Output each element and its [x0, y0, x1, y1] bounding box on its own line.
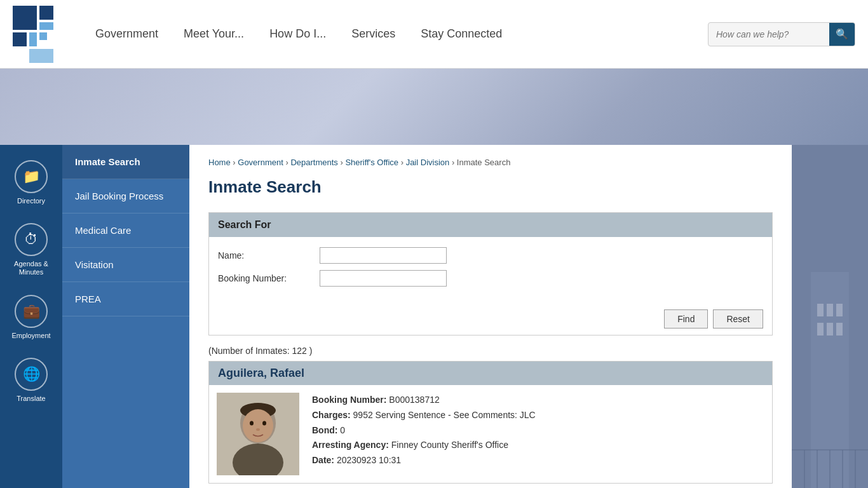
inmate-card: Aguilera, Rafael [208, 361, 773, 484]
date: 20230923 10:31 [337, 455, 401, 465]
breadcrumb-sep-5: › [452, 158, 457, 167]
inmate-count-suffix: ) [307, 346, 313, 356]
svg-rect-3 [13, 32, 27, 46]
translate-label: Translate [17, 395, 45, 403]
agendas-icon: ⏱ [15, 223, 48, 256]
booking-input[interactable] [320, 270, 447, 287]
sidebar-icons: 📁 Directory ⏱ Agendas &Minutes 💼 Employm… [0, 145, 62, 488]
header: Government Meet Your... How Do I... Serv… [0, 0, 868, 69]
sidebar-item-directory[interactable]: 📁 Directory [0, 151, 62, 214]
svg-rect-6 [39, 32, 47, 40]
date-row: Date: 20230923 10:31 [312, 453, 764, 468]
inmate-info: Booking Number: B000138712 Charges: 9952… [312, 393, 764, 475]
main-content: Home › Government › Departments › Sherif… [189, 145, 792, 488]
svg-point-11 [243, 409, 273, 442]
breadcrumb-current: Inmate Search [457, 158, 511, 167]
breadcrumb-departments[interactable]: Departments [290, 158, 337, 167]
charges-row: Charges: 9952 Serving Sentence - See Com… [312, 408, 764, 423]
svg-rect-5 [29, 49, 53, 63]
find-button[interactable]: Find [664, 309, 708, 329]
inmate-count-value: 122 [292, 346, 307, 356]
charges: 9952 Serving Sentence - See Comments: JL… [353, 410, 536, 420]
search-form: Search For Name: Booking Number: Find Re… [208, 212, 773, 336]
svg-point-13 [262, 421, 266, 426]
directory-label: Directory [17, 197, 45, 205]
breadcrumb: Home › Government › Departments › Sherif… [208, 158, 773, 167]
nav-inmate-search[interactable]: Inmate Search [62, 145, 189, 179]
search-form-body: Name: Booking Number: [209, 237, 772, 303]
svg-rect-20 [817, 323, 824, 336]
svg-rect-2 [39, 22, 53, 30]
agendas-label: Agendas &Minutes [14, 260, 48, 276]
booking-row: Booking Number: [218, 270, 763, 287]
sidebar-item-employment[interactable]: 💼 Employment [0, 286, 62, 349]
nav-visitation[interactable]: Visitation [62, 248, 189, 282]
breadcrumb-home[interactable]: Home [208, 158, 231, 167]
employment-label: Employment [11, 332, 50, 340]
form-buttons: Find Reset [209, 309, 772, 335]
inmate-photo [217, 393, 299, 475]
svg-point-12 [250, 421, 254, 426]
svg-rect-18 [827, 304, 833, 316]
inmate-details: Booking Number: B000138712 Charges: 9952… [209, 385, 772, 483]
reset-button[interactable]: Reset [713, 309, 763, 329]
nav-how-do-i[interactable]: How Do I... [269, 27, 326, 41]
breadcrumb-sheriffs-office[interactable]: Sheriff's Office [345, 158, 398, 167]
svg-rect-17 [817, 304, 824, 316]
inmate-count-prefix: (Number of Inmates: [208, 346, 292, 356]
global-search-button[interactable]: 🔍 [829, 22, 855, 46]
employment-icon: 💼 [15, 295, 48, 328]
main-nav: Government Meet Your... How Do I... Serv… [95, 27, 708, 41]
main-container: 📁 Directory ⏱ Agendas &Minutes 💼 Employm… [0, 145, 868, 488]
inmate-name-bar: Aguilera, Rafael [209, 362, 772, 385]
nav-jail-booking[interactable]: Jail Booking Process [62, 179, 189, 214]
right-decorative-panel [792, 145, 868, 488]
arresting-agency-row: Arresting Agency: Finney County Sheriff'… [312, 438, 764, 453]
bond-row: Bond: 0 [312, 423, 764, 438]
bond-label: Bond: [312, 425, 337, 435]
svg-rect-21 [827, 323, 833, 336]
charges-label: Charges: [312, 410, 351, 420]
name-row: Name: [218, 247, 763, 264]
nav-services[interactable]: Services [351, 27, 395, 41]
nav-meet-your[interactable]: Meet Your... [184, 27, 244, 41]
booking-number: B000138712 [389, 395, 439, 405]
svg-point-14 [256, 428, 260, 431]
nav-government[interactable]: Government [95, 27, 158, 41]
date-label: Date: [312, 455, 334, 465]
booking-label: Booking Number: [218, 273, 320, 283]
arresting-agency: Finney County Sheriff's Office [391, 440, 508, 450]
nav-prea[interactable]: PREA [62, 282, 189, 316]
breadcrumb-government[interactable]: Government [238, 158, 283, 167]
search-form-header: Search For [209, 213, 772, 237]
nav-medical-care[interactable]: Medical Care [62, 214, 189, 248]
svg-rect-19 [836, 304, 843, 316]
breadcrumb-jail-division[interactable]: Jail Division [406, 158, 450, 167]
directory-icon: 📁 [15, 160, 48, 193]
site-logo[interactable] [13, 6, 70, 63]
name-label: Name: [218, 250, 320, 261]
hero-banner [0, 69, 868, 145]
svg-rect-0 [13, 6, 37, 30]
translate-icon: 🌐 [15, 358, 48, 391]
inmate-count: (Number of Inmates: 122 ) [208, 346, 773, 356]
sidebar-item-agendas[interactable]: ⏱ Agendas &Minutes [0, 214, 62, 285]
page-title: Inmate Search [208, 177, 773, 197]
search-icon: 🔍 [836, 28, 848, 40]
svg-rect-4 [29, 32, 37, 46]
arresting-agency-label: Arresting Agency: [312, 440, 389, 450]
bond: 0 [340, 425, 345, 435]
svg-rect-1 [39, 6, 53, 20]
global-search-input[interactable] [709, 29, 829, 39]
booking-number-label: Booking Number: [312, 395, 386, 405]
booking-number-row: Booking Number: B000138712 [312, 393, 764, 408]
global-search-bar: 🔍 [708, 22, 855, 46]
svg-rect-22 [836, 323, 843, 336]
nav-stay-connected[interactable]: Stay Connected [421, 27, 502, 41]
breadcrumb-sep-4: › [401, 158, 406, 167]
name-input[interactable] [320, 247, 447, 264]
sidebar-item-translate[interactable]: 🌐 Translate [0, 349, 62, 412]
left-nav: Inmate Search Jail Booking Process Medic… [62, 145, 189, 488]
